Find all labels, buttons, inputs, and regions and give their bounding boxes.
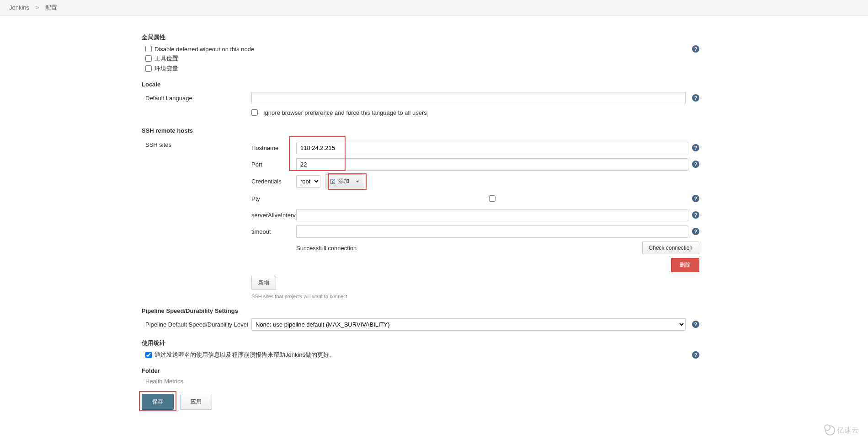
input-default-language[interactable] <box>251 92 686 104</box>
section-global-properties: 全局属性 <box>142 33 699 42</box>
breadcrumb-page[interactable]: 配置 <box>45 4 57 11</box>
label-disable-wipeout: Disable deferred wipeout on this node <box>154 46 254 53</box>
label-pipeline-level: Pipeline Default Speed/Durability Level <box>142 321 251 328</box>
add-label: 添加 <box>338 177 349 185</box>
help-icon[interactable]: ? <box>692 195 699 202</box>
select-pipeline-level[interactable]: None: use pipeline default (MAX_SURVIVAB… <box>251 318 686 331</box>
checkbox-tool-locations[interactable] <box>145 55 152 62</box>
help-icon[interactable]: ? <box>692 351 699 359</box>
checkbox-disable-wipeout[interactable] <box>145 46 152 52</box>
label-env-vars: 环境变量 <box>154 64 178 73</box>
select-credentials[interactable]: root <box>296 175 320 188</box>
input-timeout[interactable] <box>296 225 688 238</box>
input-hostname[interactable] <box>296 142 688 154</box>
label-credentials: Credentials <box>251 178 296 185</box>
key-icon: ⚿ <box>330 178 335 185</box>
delete-button[interactable]: 删除 <box>671 258 699 272</box>
help-icon[interactable]: ? <box>692 228 699 235</box>
help-icon[interactable]: ? <box>692 321 699 328</box>
label-tool-locations: 工具位置 <box>154 54 178 63</box>
apply-button[interactable]: 应用 <box>180 394 212 410</box>
section-locale: Locale <box>142 81 699 88</box>
label-ssh-sites: SSH sites <box>142 138 251 148</box>
checkbox-pty[interactable] <box>489 195 495 202</box>
section-folder: Folder <box>142 367 699 374</box>
section-ssh-remote-hosts: SSH remote hosts <box>142 127 699 134</box>
label-timeout: timeout <box>251 228 296 235</box>
help-icon[interactable]: ? <box>692 45 699 53</box>
label-pty: Pty <box>251 195 296 202</box>
label-port: Port <box>251 161 296 168</box>
connection-status: Successfull connection <box>296 245 357 252</box>
label-ignore-browser: Ignore browser preference and force this… <box>263 109 427 116</box>
help-icon[interactable]: ? <box>692 211 699 219</box>
input-port[interactable] <box>296 158 688 171</box>
save-button[interactable]: 保存 <box>142 394 174 410</box>
breadcrumb-separator: > <box>36 4 39 11</box>
label-server-alive-interval: serverAliveInterval <box>251 212 296 219</box>
breadcrumb: Jenkins > 配置 <box>0 0 868 16</box>
checkbox-env-vars[interactable] <box>145 65 152 72</box>
check-connection-button[interactable]: Check connection <box>642 241 699 254</box>
breadcrumb-root[interactable]: Jenkins <box>9 4 29 11</box>
new-ssh-site-button[interactable]: 新增 <box>251 276 276 290</box>
ssh-description: SSH sites that projects will want to con… <box>251 294 699 299</box>
help-icon[interactable]: ? <box>692 161 699 168</box>
input-server-alive-interval[interactable] <box>296 209 688 221</box>
checkbox-ignore-browser[interactable] <box>251 109 258 116</box>
label-default-language: Default Language <box>142 95 251 102</box>
section-pipeline: Pipeline Speed/Durability Settings <box>142 307 699 314</box>
label-usage-stats: 通过发送匿名的使用信息以及程序崩溃报告来帮助Jenkins做的更好。 <box>154 351 335 359</box>
checkbox-usage-stats[interactable] <box>145 352 152 358</box>
label-health-metrics: Health Metrics <box>145 378 699 385</box>
help-icon[interactable]: ? <box>692 144 699 151</box>
add-credentials-button[interactable]: ⚿ 添加 <box>325 174 364 188</box>
help-icon[interactable]: ? <box>692 94 699 102</box>
label-hostname: Hostname <box>251 145 296 151</box>
section-usage-stats: 使用统计 <box>142 339 699 347</box>
